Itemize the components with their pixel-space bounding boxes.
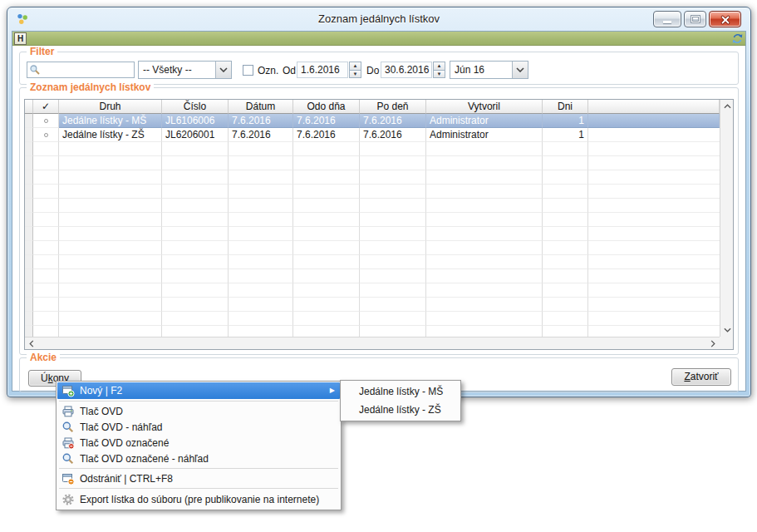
ozn-checkbox[interactable] — [243, 65, 253, 76]
empty-cell — [360, 156, 426, 170]
magnifier-icon — [61, 421, 76, 434]
empty-cell — [229, 283, 293, 298]
column-header--slo[interactable]: Číslo — [162, 100, 229, 114]
spinner-down-icon[interactable]: ▼ — [349, 71, 361, 79]
column-header-odo-d-a[interactable]: Odo dňa — [293, 100, 360, 114]
empty-cell — [543, 227, 588, 241]
empty-cell — [162, 269, 229, 283]
empty-cell — [229, 269, 293, 283]
cell: 7.6.2016 — [360, 114, 426, 128]
empty-cell — [59, 326, 162, 337]
empty-row — [25, 213, 720, 227]
column-header-d-tum[interactable]: Dátum — [229, 100, 293, 114]
minimize-button[interactable] — [653, 11, 681, 27]
cell-filler — [588, 114, 720, 128]
empty-cell — [360, 241, 426, 255]
empty-cell — [33, 312, 59, 326]
empty-row — [25, 170, 720, 185]
month-dropdown-value: Jún 16 — [450, 64, 512, 76]
empty-cell — [293, 255, 360, 269]
empty-cell — [59, 312, 162, 326]
menu-item[interactable]: Tlač OVD označené — [57, 435, 340, 451]
empty-cell — [360, 227, 426, 241]
empty-cell — [588, 156, 720, 170]
search-input[interactable] — [27, 62, 135, 78]
maximize-button[interactable] — [684, 11, 706, 27]
close-dialog-button[interactable]: Zatvoriť — [671, 368, 731, 386]
cell: 1 — [543, 114, 588, 128]
filter-group-label: Filter — [27, 46, 57, 57]
empty-row — [25, 199, 720, 213]
refresh-icon[interactable] — [731, 32, 744, 45]
column-header-druh[interactable]: Druh — [59, 100, 162, 114]
date-to-field[interactable]: 30.6.2016 — [381, 62, 432, 78]
vertical-scrollbar[interactable] — [720, 100, 733, 337]
gear-icon — [61, 493, 76, 506]
month-dropdown[interactable]: Jún 16 — [450, 61, 528, 79]
empty-cell — [25, 170, 33, 185]
empty-cell — [293, 227, 360, 241]
column-header-dni[interactable]: Dni — [543, 100, 588, 114]
empty-cell — [588, 283, 720, 298]
empty-cell — [293, 199, 360, 213]
scroll-down-icon[interactable] — [720, 323, 734, 337]
empty-cell — [25, 269, 33, 283]
menu-item[interactable]: Tlač OVD označené - náhľad — [57, 451, 340, 466]
type-dropdown-value: -- Všetky -- — [139, 64, 215, 76]
column-header-vytvoril[interactable]: Vytvoril — [426, 100, 543, 114]
menu-item[interactable]: Export lístka do súboru (pre publikovani… — [57, 490, 340, 509]
menu-item[interactable]: Nový | F2▶ — [57, 382, 340, 399]
empty-cell — [25, 241, 33, 255]
app-icon — [16, 12, 29, 26]
empty-cell — [33, 283, 59, 298]
column-header-po-de-[interactable]: Po deň — [360, 100, 426, 114]
empty-cell — [59, 199, 162, 213]
empty-cell — [588, 326, 720, 337]
date-from-field[interactable]: 1.6.2016 — [297, 62, 348, 78]
empty-cell — [543, 298, 588, 312]
empty-cell — [25, 312, 33, 326]
empty-cell — [229, 199, 293, 213]
empty-cell — [426, 326, 543, 337]
empty-cell — [162, 199, 229, 213]
empty-cell — [162, 213, 229, 227]
spinner-up-icon[interactable]: ▲ — [433, 62, 445, 71]
menu-item[interactable]: Tlač OVD - náhľad — [57, 419, 340, 435]
spinner-down-icon[interactable]: ▼ — [433, 71, 445, 79]
check-column-header[interactable]: ✓ — [33, 100, 59, 114]
empty-row — [25, 142, 720, 156]
actions-menu: Nový | F2▶Tlač OVDTlač OVD - náhľadTlač … — [56, 381, 342, 510]
menu-item[interactable]: Tlač OVD — [57, 403, 340, 419]
empty-cell — [426, 227, 543, 241]
empty-cell — [33, 326, 59, 337]
empty-cell — [293, 241, 360, 255]
empty-cell — [543, 170, 588, 185]
table-row[interactable]: Jedálne lístky - ZŠJL62060017.6.20167.6.… — [25, 128, 720, 142]
submenu-item[interactable]: Jedálne lístky - MŠ — [341, 382, 460, 401]
titlebar: Zoznam jedálnych lístkov — [7, 7, 750, 31]
cell: Administrator — [426, 128, 543, 142]
h-button[interactable]: H — [14, 32, 27, 45]
submenu-item[interactable]: Jedálne lístky - ZŠ — [341, 401, 460, 419]
empty-cell — [426, 283, 543, 298]
type-dropdown[interactable]: -- Všetky -- — [138, 61, 232, 79]
scroll-left-icon[interactable] — [25, 337, 38, 350]
close-button[interactable] — [709, 11, 741, 27]
spinner-up-icon[interactable]: ▲ — [349, 62, 361, 71]
empty-cell — [293, 213, 360, 227]
menu-item-label: Nový | F2 — [80, 385, 326, 397]
empty-cell — [229, 156, 293, 170]
empty-row — [25, 326, 720, 337]
empty-cell — [33, 227, 59, 241]
scroll-up-icon[interactable] — [720, 100, 734, 113]
actions-group-label: Akcie — [27, 352, 60, 363]
table-row[interactable]: Jedálne lístky - MŠJL61060067.6.20167.6.… — [25, 114, 720, 128]
cell: Administrator — [426, 114, 543, 128]
scroll-right-icon[interactable] — [706, 337, 720, 350]
empty-cell — [293, 156, 360, 170]
filter-group: Filter -- Všetky -- Ozn. Od 1.6.201 — [19, 52, 739, 85]
empty-cell — [588, 269, 720, 283]
menu-item[interactable]: Odstrániť | CTRL+F8 — [57, 470, 340, 486]
horizontal-scrollbar[interactable] — [25, 337, 720, 349]
do-label: Do — [366, 65, 379, 76]
